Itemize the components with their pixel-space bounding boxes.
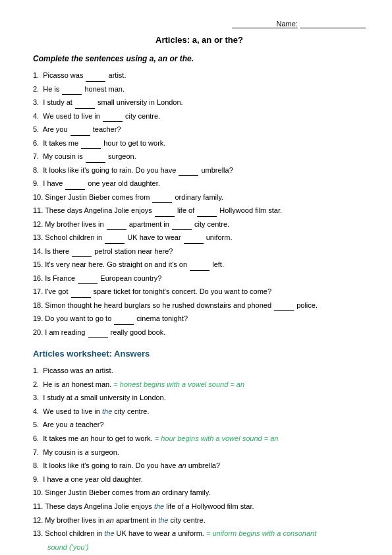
question-19: 19. Do you want to go to cinema tonight?	[33, 313, 366, 325]
answers-list: 1. Picasso was an artist. 2. He is an ho…	[33, 365, 366, 555]
section-instruction: Complete the sentences using a, an or th…	[33, 54, 366, 63]
answer-5: 5. Are you a teacher?	[33, 419, 366, 431]
article-2: an	[61, 380, 69, 388]
article-10: an	[152, 488, 159, 496]
question-9: 9. I have one year old daughter.	[33, 178, 366, 190]
article-6: an	[80, 434, 88, 442]
article-1: an	[85, 366, 93, 374]
question-1: 1. Picasso was artist.	[33, 70, 366, 82]
article-4: the	[102, 407, 112, 415]
answer-2: 2. He is an honest man. = honest begins …	[33, 379, 366, 391]
question-14: 14. Is there petrol station near here?	[33, 246, 366, 258]
question-16: 16. Is France European country?	[33, 273, 366, 285]
question-13: 13. School children in UK have to wear u…	[33, 232, 366, 244]
question-6: 6. It takes me hour to get to work.	[33, 138, 366, 150]
answer-7: 7. My cousin is a surgeon.	[33, 447, 366, 459]
question-3: 3. I study at small university in London…	[33, 97, 366, 109]
answers-title: Articles worksheet: Answers	[33, 349, 366, 359]
question-2: 2. He is honest man.	[33, 84, 366, 96]
question-7: 7. My cousin is surgeon.	[33, 151, 366, 163]
article-7: a	[85, 448, 89, 456]
article-13b: a	[172, 529, 176, 537]
answer-12: 12. My brother lives in an apartment in …	[33, 515, 366, 527]
question-4: 4. We used to live in city centre.	[33, 111, 366, 123]
article-5: a	[70, 421, 74, 428]
question-12: 12. My brother lives in apartment in cit…	[33, 219, 366, 231]
answer-9: 9. I have a one year old daughter.	[33, 474, 366, 486]
question-15: 15. It's very near here. Go straight on …	[33, 259, 366, 271]
article-8: an	[178, 461, 186, 469]
question-8: 8. It looks like it's going to rain. Do …	[33, 165, 366, 177]
answer-10: 10. Singer Justin Bieber comes from an o…	[33, 487, 366, 499]
answer-3: 3. I study at a small university in Lond…	[33, 392, 366, 404]
answer-6: 6. It takes me an hour to get to work. =…	[33, 433, 366, 445]
note-6: = hour begins with a vowel sound = an	[155, 434, 279, 442]
question-5: 5. Are you teacher?	[33, 124, 366, 136]
name-blank	[300, 20, 366, 28]
question-18: 18. Simon thought he heard burglars so h…	[33, 300, 366, 312]
answer-13: 13. School children in the UK have to we…	[33, 528, 366, 540]
article-12b: the	[158, 516, 168, 524]
note-13: = uniform begins with a consonant	[206, 529, 316, 537]
questions-list: 1. Picasso was artist. 2. He is honest m…	[33, 70, 366, 338]
question-20: 20. I am reading really good book.	[33, 327, 366, 339]
article-3: a	[74, 394, 78, 401]
main-title: Articles: a, an or the?	[33, 35, 366, 45]
answer-1: 1. Picasso was an artist.	[33, 365, 366, 377]
name-line: Name:	[33, 20, 366, 28]
question-10: 10. Singer Justin Bieber comes from ordi…	[33, 192, 366, 204]
article-12a: an	[106, 516, 114, 524]
note-2: = honest begins with a vowel sound = an	[113, 380, 244, 388]
answer-11: 11. These days Angelina Jolie enjoys the…	[33, 501, 366, 513]
answer-13-note: sound ('you')	[33, 542, 366, 554]
answer-4: 4. We used to live in the city centre.	[33, 406, 366, 418]
article-9: a	[65, 475, 69, 483]
name-label: Name:	[232, 20, 298, 28]
question-17: 17. I've got spare ticket for tonight's …	[33, 286, 366, 298]
article-11b: a	[186, 502, 190, 510]
question-11: 11. These days Angelina Jolie enjoys lif…	[33, 205, 366, 217]
article-13a: the	[104, 529, 114, 537]
answer-8: 8. It looks like it's going to rain. Do …	[33, 460, 366, 472]
article-11a: the	[154, 502, 164, 510]
